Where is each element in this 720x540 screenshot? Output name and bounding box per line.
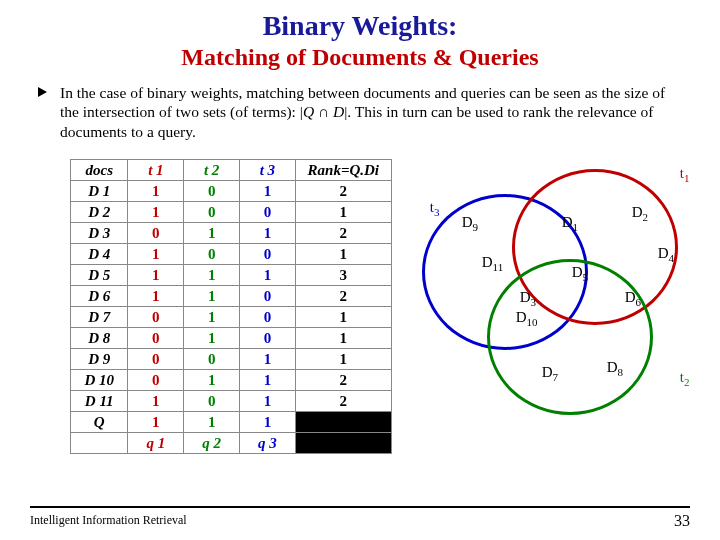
label-d6: D6 [625, 289, 641, 308]
table-row-q: Q111 [71, 412, 392, 433]
label-t2: t2 [680, 369, 690, 388]
label-t1: t1 [680, 165, 690, 184]
table-row: D 70101 [71, 307, 392, 328]
table-row: D 90011 [71, 349, 392, 370]
label-d9: D9 [462, 214, 478, 233]
table-row: D 80101 [71, 328, 392, 349]
label-d5: D5 [572, 264, 588, 283]
label-d7: D7 [542, 364, 558, 383]
venn-diagram: t1 t2 t3 D9 D1 D2 D4 D11 D5 D3 D6 D10 D7… [412, 159, 720, 439]
table-row-qsub: q 1q 2q 3 [71, 433, 392, 454]
label-d11: D11 [482, 254, 503, 273]
label-d2: D2 [632, 204, 648, 223]
table-row: D 11012 [71, 181, 392, 202]
th-t3: t 3 [240, 160, 296, 181]
body-paragraph: In the case of binary weights, matching … [60, 83, 680, 141]
label-d3: D3 [520, 289, 536, 308]
label-t3: t3 [430, 199, 440, 218]
table-row: D 30112 [71, 223, 392, 244]
circle-t2 [487, 259, 653, 415]
table-row: D 61102 [71, 286, 392, 307]
label-d8: D8 [607, 359, 623, 378]
page-number: 33 [674, 512, 690, 530]
table-row: D 100112 [71, 370, 392, 391]
body-inter: ∩ [314, 103, 333, 120]
slide-title-line2: Matching of Documents & Queries [0, 44, 720, 71]
label-d10: D10 [516, 309, 538, 328]
th-t1: t 1 [128, 160, 184, 181]
footer-divider [30, 506, 690, 508]
th-docs: docs [71, 160, 128, 181]
body-q: Q [303, 103, 314, 120]
footer-left: Intelligent Information Retrieval [30, 513, 187, 528]
table-row: D 111012 [71, 391, 392, 412]
bullet-icon [38, 87, 47, 97]
th-rank: Rank=Q.Di [295, 160, 391, 181]
table-row: D 51113 [71, 265, 392, 286]
th-t2: t 2 [184, 160, 240, 181]
weights-table: docs t 1 t 2 t 3 Rank=Q.Di D 11012 D 210… [70, 159, 392, 454]
table-row: D 41001 [71, 244, 392, 265]
slide-title-line1: Binary Weights: [0, 10, 720, 42]
body-d: D [333, 103, 344, 120]
label-d4: D4 [658, 245, 674, 264]
label-d1: D1 [562, 214, 578, 233]
table-row: D 21001 [71, 202, 392, 223]
